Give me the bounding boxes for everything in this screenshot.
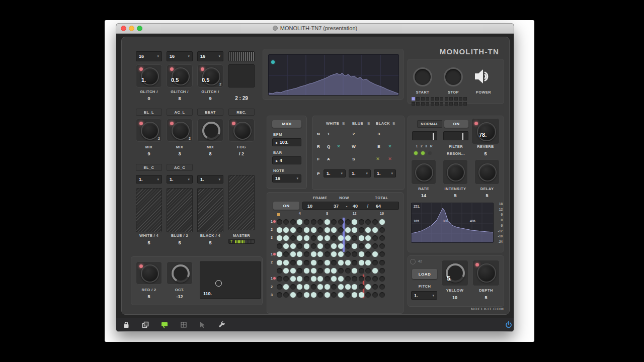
seq-step[interactable] xyxy=(345,292,351,298)
titlebar[interactable]: MONOLITH-TN7 (presentation) xyxy=(116,24,514,34)
delay-knob[interactable] xyxy=(478,163,497,182)
mini-select-3[interactable]: 1.▾ xyxy=(197,175,223,184)
track-button-el-l[interactable]: EL_L xyxy=(136,109,162,116)
seq-step[interactable] xyxy=(359,243,364,249)
rate-select-1[interactable]: 16▾ xyxy=(136,51,162,61)
seq-step[interactable] xyxy=(359,219,364,225)
seq-step[interactable] xyxy=(352,276,357,282)
seq-step[interactable] xyxy=(359,276,364,282)
seq-step[interactable] xyxy=(372,268,378,274)
rate-knob-cell[interactable] xyxy=(411,159,436,185)
matrix-cell[interactable]: E xyxy=(376,144,382,149)
knob-number[interactable]: 3 xyxy=(167,151,193,156)
red-knob[interactable] xyxy=(141,264,159,283)
seq-step[interactable] xyxy=(317,243,323,249)
rec-clock[interactable]: 2 : 29 xyxy=(228,96,255,101)
seq-step[interactable] xyxy=(311,235,316,241)
seq-step[interactable] xyxy=(338,227,344,233)
seq-step[interactable] xyxy=(331,235,337,241)
seq-step[interactable] xyxy=(365,276,371,282)
seq-step[interactable] xyxy=(317,260,323,265)
seq-step[interactable] xyxy=(317,276,323,282)
mix-knob-cell-3[interactable] xyxy=(197,119,223,142)
red-knob-cell[interactable] xyxy=(136,261,162,285)
knob-number[interactable]: 5 xyxy=(136,294,162,299)
fader-black[interactable] xyxy=(197,188,223,232)
matrix-cell[interactable]: S xyxy=(351,157,357,161)
seq-step[interactable] xyxy=(338,243,344,249)
seq-step[interactable] xyxy=(345,284,351,290)
mix-knob-cell-1[interactable]: 2 xyxy=(136,119,162,142)
midi-button[interactable]: MIDI xyxy=(272,120,301,128)
seq-step[interactable] xyxy=(325,276,330,282)
seq-step[interactable] xyxy=(283,243,289,249)
rate-knob[interactable] xyxy=(415,163,433,182)
glitch-knob-cell-2[interactable]: 0.5 xyxy=(167,64,193,87)
seq-step[interactable] xyxy=(311,292,316,298)
normal-mode-button[interactable]: NORMAL xyxy=(417,120,442,128)
seq-step[interactable] xyxy=(352,227,357,233)
seq-step[interactable] xyxy=(352,243,357,249)
fader-number[interactable]: 5 xyxy=(197,240,223,245)
rate-select-3[interactable]: 16▾ xyxy=(197,51,223,61)
seq-step[interactable] xyxy=(317,268,323,274)
fader-white[interactable] xyxy=(136,188,162,232)
seq-step[interactable] xyxy=(277,227,282,233)
seq-step[interactable] xyxy=(359,251,364,257)
wrench-icon[interactable] xyxy=(218,321,226,329)
track-button-beat[interactable]: BEAT xyxy=(197,109,223,116)
seq-step[interactable] xyxy=(331,243,337,249)
mix-knob-3[interactable] xyxy=(202,122,220,140)
seq-step[interactable] xyxy=(325,268,330,274)
seq-step[interactable] xyxy=(283,219,289,225)
seq-step[interactable] xyxy=(325,251,330,257)
scrub-strip[interactable] xyxy=(228,51,255,61)
seq-step[interactable] xyxy=(365,251,371,257)
mini-select-2[interactable]: 1.▾ xyxy=(167,175,193,184)
oct-knob-cell[interactable] xyxy=(167,261,193,285)
seq-step[interactable] xyxy=(359,260,364,265)
seq-step[interactable] xyxy=(365,292,371,298)
matrix-select-3[interactable]: 1.▾ xyxy=(374,169,396,177)
fx-on-button[interactable]: ON xyxy=(444,120,468,128)
seq-step[interactable] xyxy=(365,235,371,241)
seq-step[interactable] xyxy=(311,260,316,265)
seq-step[interactable] xyxy=(379,243,385,249)
fog-knob-cell[interactable] xyxy=(228,119,255,142)
seq-step[interactable] xyxy=(338,251,344,257)
slider-handle[interactable] xyxy=(462,133,463,140)
fader-number[interactable]: 5 xyxy=(136,240,162,245)
seq-step[interactable] xyxy=(304,219,309,225)
seq-step[interactable] xyxy=(345,268,351,274)
seq-step[interactable] xyxy=(345,276,351,282)
knob-number[interactable]: 8 xyxy=(167,96,193,101)
knob-number[interactable]: 10 xyxy=(441,295,468,300)
seq-step[interactable] xyxy=(345,227,351,233)
knob-number[interactable]: -12 xyxy=(167,294,193,299)
seq-step[interactable] xyxy=(304,235,309,241)
seq-step[interactable] xyxy=(290,268,296,274)
seq-step[interactable] xyxy=(338,268,344,274)
seq-step[interactable] xyxy=(304,260,309,265)
dial-dot[interactable] xyxy=(410,259,416,264)
seq-step[interactable] xyxy=(372,260,378,265)
seq-step[interactable] xyxy=(359,284,364,290)
seq-step[interactable] xyxy=(290,235,296,241)
seq-step[interactable] xyxy=(317,251,323,257)
seq-step[interactable] xyxy=(379,260,385,265)
seq-step[interactable] xyxy=(359,292,364,298)
seq-step[interactable] xyxy=(297,251,302,257)
knob-number[interactable]: 5 xyxy=(439,193,471,198)
seq-step[interactable] xyxy=(311,219,316,225)
seq-step[interactable] xyxy=(283,227,289,233)
knob-number[interactable]: 8 xyxy=(197,151,223,156)
seq-step[interactable] xyxy=(317,235,323,241)
seq-step[interactable] xyxy=(372,251,378,257)
rate-select-2[interactable]: 16▾ xyxy=(167,51,193,61)
seq-step[interactable] xyxy=(290,292,296,298)
mix-knob-cell-2[interactable]: 2 xyxy=(167,119,193,142)
seq-step[interactable] xyxy=(325,235,330,241)
seq-step[interactable] xyxy=(304,268,309,274)
seq-step[interactable] xyxy=(317,219,323,225)
seq-step[interactable] xyxy=(352,260,357,265)
